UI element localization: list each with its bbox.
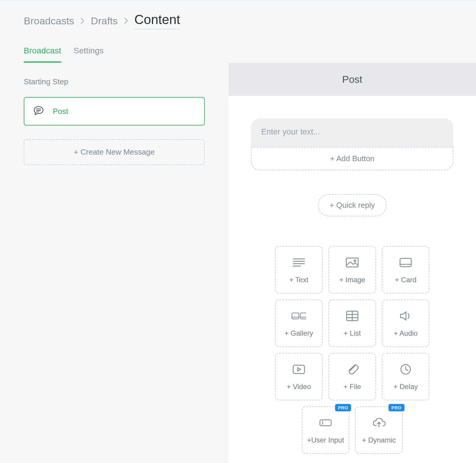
svg-point-9 (354, 260, 356, 261)
chevron-right-icon (80, 15, 85, 27)
element-label: + Gallery (285, 329, 313, 337)
step-card-post[interactable]: Post (24, 97, 205, 126)
svg-rect-12 (292, 313, 299, 319)
add-audio-button[interactable]: + Audio (382, 299, 429, 347)
cloud-upload-icon (372, 416, 386, 429)
card-icon (398, 256, 413, 269)
tabs: Broadcast Settings (24, 46, 452, 63)
breadcrumb-drafts[interactable]: Drafts (91, 15, 118, 27)
add-button[interactable]: + Add Button (251, 147, 453, 170)
panel-body: Enter your text... + Add Button + Quick … (229, 96, 476, 463)
element-label: +User Input (307, 436, 344, 444)
element-label: + Video (287, 383, 311, 391)
element-label: + Card (395, 276, 417, 284)
add-video-button[interactable]: + Video (275, 353, 323, 400)
svg-rect-22 (320, 420, 331, 426)
breadcrumb-current: Content (134, 12, 180, 29)
right-panel: Post Enter your text... + Add Button + Q… (229, 63, 476, 463)
element-label: + Delay (394, 383, 418, 391)
left-panel: Starting Step Post + Create New Message (0, 63, 229, 463)
file-icon (345, 363, 360, 376)
message-text-input[interactable]: Enter your text... (251, 118, 453, 147)
audio-icon (398, 309, 413, 323)
clock-icon (398, 363, 413, 376)
panel-title: Post (229, 63, 476, 96)
list-icon (345, 309, 360, 323)
text-icon (291, 256, 306, 269)
element-label: + Dynamic (362, 436, 396, 444)
breadcrumb-broadcasts[interactable]: Broadcasts (24, 15, 74, 27)
gallery-icon (291, 309, 306, 323)
add-image-button[interactable]: + Image (329, 246, 376, 294)
pro-badge: PRO (388, 404, 404, 411)
video-icon (291, 363, 306, 376)
tab-settings[interactable]: Settings (74, 46, 104, 63)
add-user-input-button[interactable]: PRO +User Input (302, 406, 349, 454)
svg-rect-20 (293, 365, 304, 373)
quick-reply-button[interactable]: + Quick reply (318, 194, 387, 216)
message-icon (33, 105, 44, 117)
step-card-label: Post (53, 107, 68, 116)
chevron-right-icon (124, 15, 128, 27)
element-label: + Text (289, 276, 308, 284)
starting-step-label: Starting Step (24, 77, 205, 86)
element-label: + Audio (394, 329, 418, 337)
main: Starting Step Post + Create New Message … (0, 63, 476, 463)
add-delay-button[interactable]: + Delay (382, 353, 429, 400)
add-file-button[interactable]: + File (329, 353, 376, 400)
tab-broadcast[interactable]: Broadcast (24, 46, 61, 63)
element-grid: + Text + Image (251, 246, 453, 454)
create-new-message-button[interactable]: + Create New Message (24, 139, 205, 165)
breadcrumb: Broadcasts Drafts Content (24, 12, 452, 29)
text-block: Enter your text... + Add Button (251, 118, 453, 170)
add-card-button[interactable]: + Card (382, 246, 429, 294)
add-gallery-button[interactable]: + Gallery (275, 299, 323, 347)
image-icon (345, 256, 360, 269)
element-label: + List (344, 329, 361, 337)
input-icon (318, 416, 333, 429)
svg-rect-14 (300, 313, 306, 319)
element-label: + Image (339, 276, 365, 284)
svg-rect-10 (400, 258, 411, 267)
add-text-button[interactable]: + Text (275, 246, 323, 294)
add-dynamic-button[interactable]: PRO + Dynamic (355, 406, 403, 454)
add-list-button[interactable]: + List (329, 299, 376, 347)
pro-badge: PRO (335, 404, 351, 411)
element-label: + File (343, 383, 361, 391)
svg-rect-8 (346, 258, 358, 267)
header: Broadcasts Drafts Content Broadcast Sett… (0, 0, 476, 63)
